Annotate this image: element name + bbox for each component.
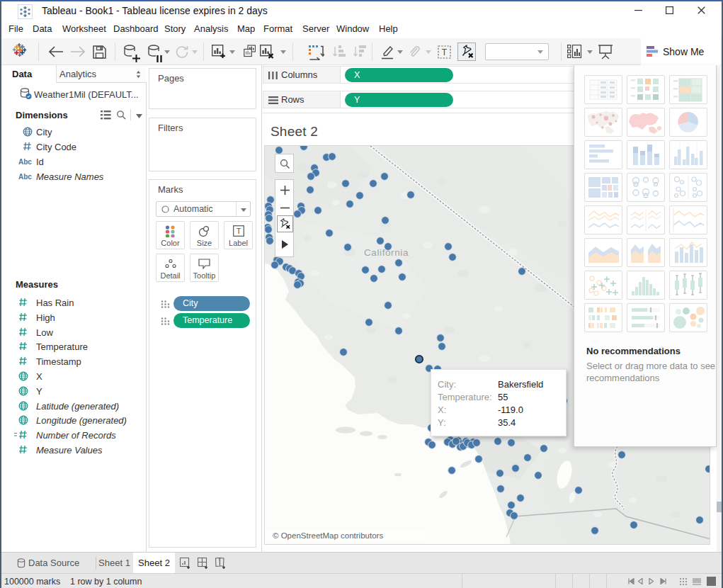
- svg-text:T: T: [442, 47, 448, 57]
- svg-text:T: T: [236, 227, 241, 235]
- svg-text:Abc: Abc: [18, 173, 32, 181]
- svg-text:Abc: Abc: [18, 158, 32, 166]
